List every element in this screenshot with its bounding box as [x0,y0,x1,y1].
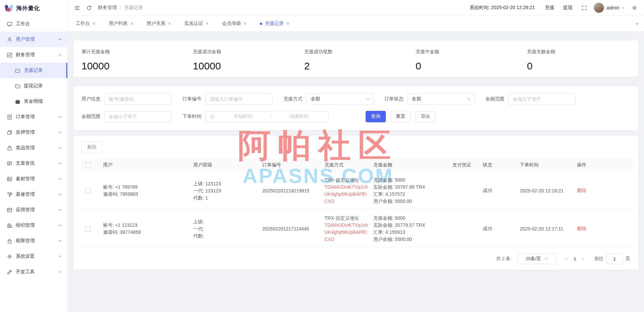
sidebar-item[interactable]: 组织管理 [0,218,67,233]
user-info-input[interactable] [104,93,172,105]
filter-panel: 用户信息 订单编号 充值方式 全部 [73,86,638,130]
chevron-down-icon [58,161,62,165]
chevron-down-icon [366,97,370,101]
prev-page-button[interactable] [562,255,570,263]
tab-item[interactable]: 会员等级× [222,21,246,27]
gear-icon [7,254,12,259]
chevron-down-icon [58,208,62,212]
tab-item[interactable]: 充值记录× [260,21,289,27]
sidebar-item[interactable]: 财务管理 [0,47,67,63]
tab-item[interactable]: 工作台× [76,21,95,27]
folder-icon [15,83,21,89]
chevron-down-icon [467,97,471,101]
sidebar-item[interactable]: 权限管理 [0,233,67,249]
app-root: 海外量化 工作台用户管理财务管理充值记录提现记录资金明细订单管理质押管理奖品管理… [0,0,644,312]
collapse-sidebar-icon[interactable] [74,5,80,11]
sidebar-item[interactable]: 充值记录 [0,63,67,78]
username[interactable]: admin [607,5,619,10]
select-all-checkbox[interactable] [86,163,91,168]
tabs-menu-chevron-icon[interactable] [635,16,639,31]
order-no-cell: 202502201218219915 [262,187,316,194]
page-size-select[interactable]: 20条/页 [518,253,556,264]
withdraw-link[interactable]: 提现 [563,5,573,11]
status-cell: 成功 [483,226,512,232]
recharge-link[interactable]: 充值 [545,5,554,11]
tab-item[interactable]: 用户关系× [146,21,171,27]
paint-roller-icon [7,192,12,197]
column-header: 操作 [577,162,629,168]
export-button[interactable]: 导出 [415,111,436,122]
fullscreen-icon[interactable] [581,5,587,11]
sidebar-item[interactable]: 文章资讯 [0,156,67,171]
query-button[interactable]: 查询 [366,111,386,122]
amount-min-label: 金额范围 [485,96,504,102]
chevron-down-icon [58,270,62,274]
row-checkbox[interactable] [86,188,91,193]
amount-max-input[interactable] [104,111,172,122]
sidebar-item[interactable]: 提现记录 [0,78,67,94]
delete-button[interactable]: 删除 [81,142,102,153]
stat-value: 0 [415,60,527,72]
close-icon[interactable]: × [130,21,133,26]
close-icon[interactable]: × [206,21,209,26]
brand-logo-icon [4,4,13,13]
sidebar-item[interactable]: 质押管理 [0,125,67,140]
end-time-placeholder: 结束时间 [274,114,324,120]
breadcrumb: 财务管理 / 充值记录 [98,5,143,11]
sidebar: 海外量化 工作台用户管理财务管理充值记录提现记录资金明细订单管理质押管理奖品管理… [0,0,68,312]
close-icon[interactable]: × [244,21,246,26]
sidebar-item[interactable]: 系统设置 [0,249,67,264]
sidebar-item[interactable]: 订单管理 [0,109,67,125]
user-cell: 账号: +1 789789邀请码: 7959903 [103,184,185,198]
stat-value: 10000 [193,60,304,72]
active-tab-dot-icon [260,23,262,25]
close-icon[interactable]: × [286,21,289,26]
order-no-label: 订单编号 [182,96,201,102]
reset-button[interactable]: 重置 [391,111,411,122]
sidebar-item[interactable]: 用户管理 [0,32,67,47]
amount-min-input[interactable] [508,93,576,105]
sidebar-item[interactable]: 奖品管理 [0,140,67,156]
table-header-row: 用户用户层级订单编号充值方式充值金额支付凭证状态下单时间操作 [81,158,633,172]
refresh-icon[interactable] [86,5,92,11]
sidebar-item[interactable]: 开发工具 [0,264,67,280]
close-icon[interactable]: × [93,21,95,26]
brand[interactable]: 海外量化 [0,0,67,16]
sidebar-item[interactable]: 工作台 [0,16,67,32]
goto-page-input[interactable] [607,253,623,264]
column-header: 充值方式 [325,162,365,168]
row-delete-link[interactable]: 删除 [577,226,586,231]
sidebar-item[interactable]: 资金明细 [0,94,67,109]
avatar[interactable] [594,3,604,13]
records-table: 用户用户层级订单编号充值方式充值金额支付凭证状态下单时间操作 账号: +1 78… [81,158,633,248]
tab-item[interactable]: 实名认证× [184,21,209,27]
breadcrumb-parent[interactable]: 财务管理 [98,5,117,11]
next-page-button[interactable] [580,255,588,263]
stat-label: 充值成功金额 [193,49,304,55]
user-cell: 账号: +1 123123邀请码: 39774859 [103,222,185,236]
status-select[interactable]: 全部 [407,93,475,105]
row-checkbox[interactable] [86,226,91,231]
row-delete-link[interactable]: 删除 [577,188,586,193]
sidebar-item[interactable]: 素材管理 [0,171,67,187]
column-header: 订单编号 [262,162,316,168]
tab-item[interactable]: 用户列表× [109,21,133,27]
order-no-input[interactable] [205,93,273,105]
main-area: 财务管理 / 充值记录 系统时间: 2025-02-20 12:28:21 充值… [68,0,644,312]
user-info-label: 用户信息 [81,96,100,102]
order-time-range[interactable]: 开始时间 - 结束时间 [205,111,329,122]
page-number[interactable]: 1 [570,256,580,261]
settings-gear-icon[interactable] [632,5,637,11]
content: 累计充值金额10000充值成功金额10000充值成功笔数2充值中金额0充值失败金… [68,32,644,312]
chevron-down-icon [544,257,548,261]
level-cell: 上级:一代:代数: [193,218,254,240]
stat-label: 充值成功笔数 [304,49,416,55]
method-select[interactable]: 全部 [306,93,374,105]
breadcrumb-separator: / [120,5,121,10]
user-menu-chevron-icon[interactable] [621,6,625,10]
topbar: 财务管理 / 充值记录 系统时间: 2025-02-20 12:28:21 充值… [68,0,644,16]
sidebar-item[interactable]: 应用管理 [0,202,67,218]
sidebar-item[interactable]: 装修管理 [0,187,67,202]
clock-icon [210,114,215,119]
close-icon[interactable]: × [168,21,171,26]
